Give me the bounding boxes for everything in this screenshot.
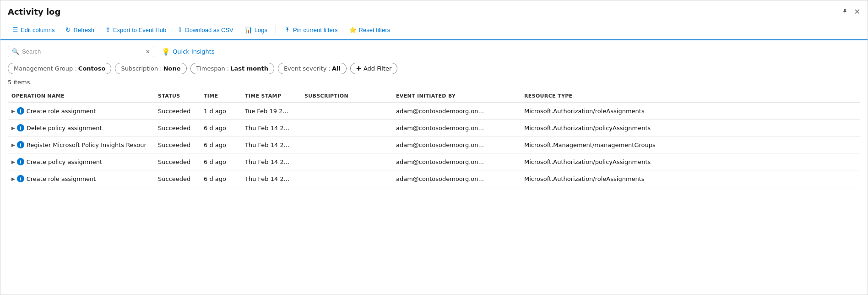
cell-initiated-by: adam@contosodemoorg.on... — [392, 153, 521, 170]
cell-resource-type: Microsoft.Management/managementGroups — [521, 137, 860, 153]
cell-initiated-by: adam@contosodemoorg.on... — [392, 120, 521, 137]
col-header-subscription: SUBSCRIPTION — [301, 90, 392, 102]
row-expander-icon[interactable]: ▶ — [11, 176, 15, 181]
pin-icon[interactable]: 🖈 — [841, 7, 849, 16]
cell-resource-type: Microsoft.Authorization/roleAssignments — [521, 170, 860, 187]
table-header-row: OPERATION NAME STATUS TIME TIME STAMP SU… — [8, 90, 860, 102]
info-icon: i — [17, 124, 24, 131]
info-icon: i — [17, 158, 24, 165]
cell-operation: ▶ i Create policy assignment — [8, 153, 154, 170]
cell-timestamp: Thu Feb 14 2... — [241, 120, 301, 137]
logs-button[interactable]: 📊 Logs — [240, 24, 272, 36]
cell-initiated-by: adam@contosodemoorg.on... — [392, 137, 521, 153]
info-icon: i — [17, 107, 24, 115]
table-row[interactable]: ▶ i Create role assignment Succeeded 6 d… — [8, 170, 860, 187]
main-content: 🔍 ✕ 💡 Quick Insights Management Group : … — [0, 40, 868, 193]
table-row[interactable]: ▶ i Delete policy assignment Succeeded 6… — [8, 120, 860, 137]
timespan-filter[interactable]: Timespan : Last month — [190, 63, 274, 74]
cell-time: 6 d ago — [200, 120, 241, 137]
items-count: 5 items. — [8, 79, 860, 86]
toolbar-divider — [276, 25, 276, 34]
cell-subscription — [301, 120, 392, 137]
cell-operation: ▶ i Create role assignment — [8, 170, 154, 187]
reset-filters-button[interactable]: ⭐ Reset filters — [344, 24, 395, 36]
pin-filter-icon: 🖈 — [284, 26, 291, 33]
col-header-resource: RESOURCE TYPE — [521, 90, 860, 102]
table-row[interactable]: ▶ i Create policy assignment Succeeded 6… — [8, 153, 860, 170]
col-header-operation: OPERATION NAME — [8, 90, 154, 102]
cell-operation: ▶ i Delete policy assignment — [8, 120, 154, 137]
table-row[interactable]: ▶ i Create role assignment Succeeded 1 d… — [8, 102, 860, 120]
quick-insights-button[interactable]: 💡 Quick Insights — [162, 48, 215, 56]
cell-time: 6 d ago — [200, 153, 241, 170]
activity-log-window: Activity log 🖈 ✕ ☰ Edit columns ↻ Refres… — [0, 0, 868, 295]
close-icon[interactable]: ✕ — [854, 7, 860, 16]
table-header: OPERATION NAME STATUS TIME TIME STAMP SU… — [8, 90, 860, 102]
title-bar: Activity log 🖈 ✕ — [0, 0, 868, 21]
info-icon: i — [17, 141, 24, 148]
refresh-icon: ↻ — [65, 26, 71, 33]
cell-timestamp: Tue Feb 19 2... — [241, 102, 301, 120]
cell-time: 6 d ago — [200, 170, 241, 187]
col-header-initiated: EVENT INITIATED BY — [392, 90, 521, 102]
refresh-button[interactable]: ↻ Refresh — [61, 24, 99, 36]
cell-status: Succeeded — [154, 153, 200, 170]
col-header-status: STATUS — [154, 90, 200, 102]
export-event-hub-button[interactable]: ⇪ Export to Event Hub — [101, 24, 171, 36]
cell-timestamp: Thu Feb 14 2... — [241, 137, 301, 153]
cell-operation: ▶ i Register Microsoft Policy Insights R… — [8, 137, 154, 153]
table-body: ▶ i Create role assignment Succeeded 1 d… — [8, 102, 860, 187]
cell-status: Succeeded — [154, 102, 200, 120]
search-clear-icon[interactable]: ✕ — [146, 49, 150, 55]
logs-icon: 📊 — [244, 26, 252, 33]
cell-subscription — [301, 102, 392, 120]
cell-subscription — [301, 137, 392, 153]
cell-subscription — [301, 153, 392, 170]
search-input[interactable] — [22, 48, 143, 55]
quick-insights-icon: 💡 — [162, 48, 170, 56]
cell-initiated-by: adam@contosodemoorg.on... — [392, 170, 521, 187]
edit-columns-button[interactable]: ☰ Edit columns — [8, 24, 59, 36]
add-filter-button[interactable]: ✚ Add Filter — [350, 63, 397, 74]
toolbar: ☰ Edit columns ↻ Refresh ⇪ Export to Eve… — [0, 21, 868, 40]
info-icon: i — [17, 175, 24, 182]
cell-resource-type: Microsoft.Authorization/policyAssignment… — [521, 153, 860, 170]
cell-subscription — [301, 170, 392, 187]
export-icon: ⇪ — [105, 26, 111, 33]
download-icon: ⇩ — [177, 26, 183, 33]
row-expander-icon[interactable]: ▶ — [11, 159, 15, 164]
cell-time: 1 d ago — [200, 102, 241, 120]
title-bar-actions: 🖈 ✕ — [841, 7, 860, 16]
cell-resource-type: Microsoft.Authorization/policyAssignment… — [521, 120, 860, 137]
cell-status: Succeeded — [154, 170, 200, 187]
cell-time: 6 d ago — [200, 137, 241, 153]
reset-icon: ⭐ — [349, 26, 357, 33]
add-filter-icon: ✚ — [356, 65, 361, 72]
col-header-timestamp: TIME STAMP — [241, 90, 301, 102]
management-group-filter[interactable]: Management Group : Contoso — [8, 63, 111, 74]
cell-initiated-by: adam@contosodemoorg.on... — [392, 102, 521, 120]
edit-columns-icon: ☰ — [12, 26, 18, 33]
search-icon: 🔍 — [12, 48, 19, 55]
cell-resource-type: Microsoft.Authorization/roleAssignments — [521, 102, 860, 120]
download-csv-button[interactable]: ⇩ Download as CSV — [173, 24, 238, 36]
page-title: Activity log — [8, 7, 60, 16]
row-expander-icon[interactable]: ▶ — [11, 109, 15, 114]
table-row[interactable]: ▶ i Register Microsoft Policy Insights R… — [8, 137, 860, 153]
cell-status: Succeeded — [154, 120, 200, 137]
col-header-time: TIME — [200, 90, 241, 102]
cell-timestamp: Thu Feb 14 2... — [241, 170, 301, 187]
filters-row: Management Group : Contoso Subscription … — [8, 63, 860, 74]
pin-current-filters-button[interactable]: 🖈 Pin current filters — [280, 24, 342, 36]
activity-log-table: OPERATION NAME STATUS TIME TIME STAMP SU… — [8, 90, 860, 187]
row-expander-icon[interactable]: ▶ — [11, 142, 15, 148]
subscription-filter[interactable]: Subscription : None — [115, 63, 186, 74]
search-row: 🔍 ✕ 💡 Quick Insights — [8, 46, 860, 57]
event-severity-filter[interactable]: Event severity : All — [278, 63, 347, 74]
search-box[interactable]: 🔍 ✕ — [8, 46, 154, 57]
cell-status: Succeeded — [154, 137, 200, 153]
cell-operation: ▶ i Create role assignment — [8, 102, 154, 120]
cell-timestamp: Thu Feb 14 2... — [241, 153, 301, 170]
row-expander-icon[interactable]: ▶ — [11, 126, 15, 131]
